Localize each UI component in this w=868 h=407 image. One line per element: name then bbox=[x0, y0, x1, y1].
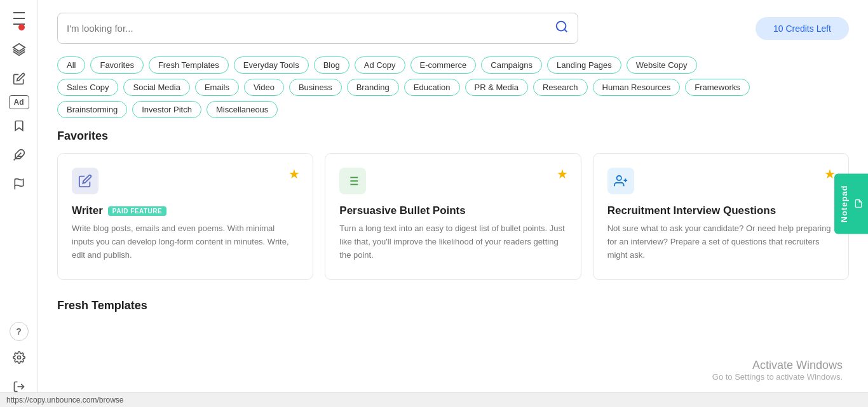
credits-badge: 10 Credits Left bbox=[756, 17, 849, 40]
tag-video[interactable]: Video bbox=[244, 79, 284, 96]
sidebar-item-plugin[interactable] bbox=[6, 142, 32, 168]
tag-education[interactable]: Education bbox=[404, 79, 460, 96]
recruitment-icon bbox=[607, 168, 634, 194]
tag-frameworks[interactable]: Frameworks bbox=[685, 79, 750, 96]
card-writer[interactable]: ★ Writer PAID FEATURE Write blog posts, … bbox=[57, 153, 313, 280]
tag-business[interactable]: Business bbox=[289, 79, 342, 96]
svg-point-6 bbox=[557, 22, 566, 31]
sidebar-item-menu[interactable] bbox=[6, 8, 32, 33]
status-url: https://copy.unbounce.com/browse bbox=[6, 396, 124, 404]
tags-row-2: Sales Copy Social Media Emails Video Bus… bbox=[57, 79, 849, 96]
svg-point-14 bbox=[616, 176, 621, 180]
tags-row-1: All Favorites Fresh Templates Everyday T… bbox=[57, 57, 849, 74]
tag-research[interactable]: Research bbox=[533, 79, 588, 96]
fresh-templates-title: Fresh Templates bbox=[57, 299, 849, 312]
card-persuasive-bullet-points[interactable]: ★ Persuasive Bullet Points Turn a long t… bbox=[325, 153, 581, 280]
search-icon bbox=[555, 20, 569, 37]
sidebar-item-settings[interactable] bbox=[6, 345, 32, 370]
search-bar[interactable] bbox=[57, 13, 578, 44]
tag-everyday-tools[interactable]: Everyday Tools bbox=[234, 57, 309, 74]
tag-landing-pages[interactable]: Landing Pages bbox=[547, 57, 621, 74]
card-recruitment[interactable]: ★ Recruitment Interview Questions Not su… bbox=[593, 153, 849, 280]
notepad-tab[interactable]: Notepad bbox=[834, 173, 868, 234]
favorites-section: Favorites ★ Writer PAID FEATURE Write bl… bbox=[57, 130, 849, 280]
writer-title: Writer PAID FEATURE bbox=[72, 204, 299, 217]
sidebar-item-edit[interactable] bbox=[6, 66, 32, 91]
notepad-icon bbox=[854, 199, 863, 208]
tag-campaigns[interactable]: Campaigns bbox=[481, 57, 542, 74]
tags-section: All Favorites Fresh Templates Everyday T… bbox=[57, 57, 849, 118]
sidebar-item-ad[interactable]: Ad bbox=[9, 95, 29, 109]
writer-icon bbox=[72, 168, 98, 194]
tag-website-copy[interactable]: Website Copy bbox=[627, 57, 697, 74]
tag-ecommerce[interactable]: E-commerce bbox=[410, 57, 477, 74]
tag-investor-pitch[interactable]: Investor Pitch bbox=[132, 101, 201, 118]
sidebar-item-flag[interactable] bbox=[6, 171, 32, 197]
activation-subtitle: Go to Settings to activate Windows. bbox=[712, 372, 843, 382]
activation-title: Activate Windows bbox=[712, 359, 843, 372]
writer-desc: Write blog posts, emails and even poems.… bbox=[72, 222, 299, 262]
favorites-cards: ★ Writer PAID FEATURE Write blog posts, … bbox=[57, 153, 849, 280]
sidebar: Ad ? bbox=[0, 0, 38, 407]
tag-all[interactable]: All bbox=[57, 57, 85, 74]
tag-blog[interactable]: Blog bbox=[314, 57, 349, 74]
search-credits-row: 10 Credits Left bbox=[57, 13, 849, 44]
tag-emails[interactable]: Emails bbox=[195, 79, 239, 96]
tag-favorites[interactable]: Favorites bbox=[90, 57, 143, 74]
bullet-title: Persuasive Bullet Points bbox=[339, 204, 566, 217]
fresh-templates-section: Fresh Templates bbox=[57, 299, 849, 312]
tag-miscellaneous[interactable]: Miscellaneous bbox=[207, 101, 278, 118]
search-input[interactable] bbox=[67, 23, 555, 34]
bullet-desc: Turn a long text into an easy to digest … bbox=[339, 222, 566, 262]
svg-line-7 bbox=[564, 29, 567, 32]
recruitment-title: Recruitment Interview Questions bbox=[607, 204, 834, 217]
tags-row-3: Brainstorming Investor Pitch Miscellaneo… bbox=[57, 101, 849, 118]
tag-fresh-templates[interactable]: Fresh Templates bbox=[149, 57, 229, 74]
tag-ad-copy[interactable]: Ad Copy bbox=[355, 57, 405, 74]
tag-human-resources[interactable]: Human Resources bbox=[593, 79, 681, 96]
status-bar: https://copy.unbounce.com/browse bbox=[0, 392, 868, 407]
activation-watermark: Activate Windows Go to Settings to activ… bbox=[712, 359, 843, 382]
bullet-star[interactable]: ★ bbox=[557, 166, 568, 182]
tag-pr-media[interactable]: PR & Media bbox=[465, 79, 528, 96]
svg-point-4 bbox=[17, 356, 20, 359]
favorites-title: Favorites bbox=[57, 130, 849, 143]
ad-label: Ad bbox=[14, 98, 24, 107]
tag-branding[interactable]: Branding bbox=[347, 79, 399, 96]
tag-sales-copy[interactable]: Sales Copy bbox=[57, 79, 118, 96]
tag-brainstorming[interactable]: Brainstorming bbox=[57, 101, 127, 118]
sidebar-item-layers[interactable] bbox=[6, 37, 32, 62]
paid-badge: PAID FEATURE bbox=[108, 206, 166, 216]
writer-star[interactable]: ★ bbox=[288, 166, 300, 182]
bullet-points-icon bbox=[339, 168, 366, 194]
tag-social-media[interactable]: Social Media bbox=[123, 79, 189, 96]
sidebar-item-bookmark[interactable] bbox=[6, 113, 32, 138]
sidebar-item-help[interactable]: ? bbox=[10, 322, 29, 341]
main-content: 10 Credits Left All Favorites Fresh Temp… bbox=[38, 0, 868, 407]
notepad-label: Notepad bbox=[839, 185, 849, 222]
recruitment-desc: Not sure what to ask your candidate? Or … bbox=[607, 222, 834, 262]
